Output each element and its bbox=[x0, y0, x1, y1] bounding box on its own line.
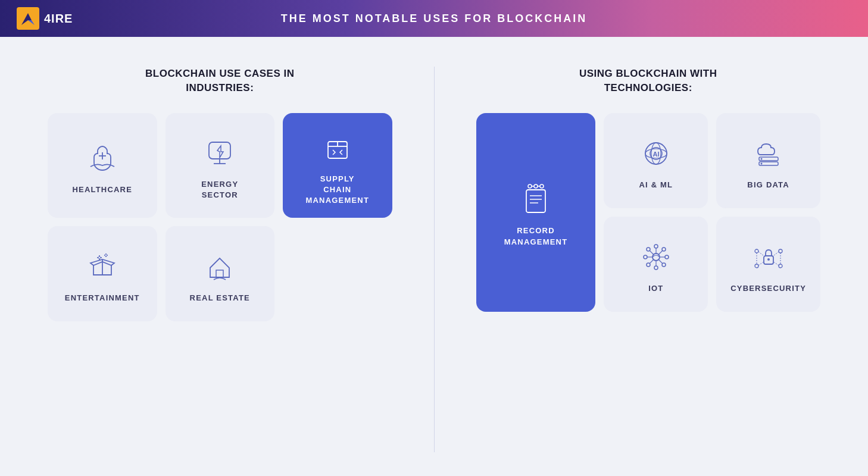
svg-point-29 bbox=[760, 158, 762, 159]
industries-title: BLOCKCHAIN USE CASES ININDUSTRIES: bbox=[48, 67, 392, 95]
real-estate-label: REAL ESTATE bbox=[190, 293, 250, 303]
header-title: THE MOST NOTABLE USES FOR BLOCKCHAIN bbox=[281, 12, 588, 25]
svg-point-19 bbox=[540, 184, 544, 188]
big-data-label: BIG DATA bbox=[747, 180, 789, 190]
logo-text: 4IRE bbox=[44, 12, 73, 26]
svg-rect-12 bbox=[216, 270, 223, 277]
card-entertainment[interactable]: ENTERTAINMENT bbox=[48, 226, 157, 321]
logo: 4IRE bbox=[17, 7, 73, 30]
ai-ml-icon: AI bbox=[638, 136, 674, 171]
entertainment-label: ENTERTAINMENT bbox=[65, 293, 140, 303]
card-energy[interactable]: ENERGYSECTOR bbox=[166, 113, 275, 218]
card-record-management[interactable]: RECORDMANAGEMENT bbox=[476, 113, 596, 312]
energy-icon bbox=[202, 135, 238, 171]
header: 4IRE THE MOST NOTABLE USES FOR BLOCKCHAI… bbox=[0, 0, 868, 37]
svg-line-45 bbox=[658, 250, 663, 255]
technologies-title: USING BLOCKCHAIN WITHTECHNOLOGIES: bbox=[476, 67, 821, 95]
entertainment-icon bbox=[85, 249, 120, 284]
supply-chain-label: SUPPLYCHAINMANAGEMENT bbox=[305, 174, 369, 206]
record-management-icon bbox=[518, 181, 554, 217]
logo-icon bbox=[17, 7, 39, 30]
section-divider bbox=[434, 67, 435, 452]
card-healthcare[interactable]: HEALTHCARE bbox=[48, 113, 157, 218]
industries-section: BLOCKCHAIN USE CASES ININDUSTRIES: HEALT… bbox=[48, 67, 392, 452]
card-real-estate[interactable]: REAL ESTATE bbox=[166, 226, 275, 321]
supply-chain-icon bbox=[320, 130, 355, 165]
svg-line-46 bbox=[650, 259, 654, 264]
svg-point-50 bbox=[755, 249, 758, 253]
svg-line-55 bbox=[773, 252, 779, 256]
svg-point-33 bbox=[654, 266, 658, 270]
ai-ml-label: AI & ML bbox=[639, 180, 673, 190]
healthcare-icon bbox=[85, 140, 120, 176]
card-cybersecurity[interactable]: CYBERSECURITY bbox=[716, 217, 820, 312]
svg-line-44 bbox=[650, 250, 654, 255]
svg-point-30 bbox=[760, 162, 762, 164]
big-data-icon bbox=[751, 136, 786, 171]
svg-point-51 bbox=[779, 249, 782, 253]
svg-point-17 bbox=[528, 184, 532, 188]
iot-label: IOT bbox=[648, 283, 663, 294]
svg-point-34 bbox=[644, 255, 647, 259]
technologies-grid: RECORDMANAGEMENT AI AI & ML bbox=[476, 113, 821, 312]
real-estate-icon bbox=[202, 249, 238, 284]
card-supply-chain[interactable]: SUPPLYCHAINMANAGEMENT bbox=[283, 113, 392, 218]
main-content: BLOCKCHAIN USE CASES ININDUSTRIES: HEALT… bbox=[0, 37, 868, 476]
svg-line-47 bbox=[658, 259, 663, 264]
card-ai-ml[interactable]: AI AI & ML bbox=[604, 113, 708, 208]
svg-line-54 bbox=[758, 252, 764, 256]
card-big-data[interactable]: BIG DATA bbox=[716, 113, 820, 208]
record-management-label: RECORDMANAGEMENT bbox=[504, 226, 568, 247]
cybersecurity-icon bbox=[751, 239, 786, 275]
svg-line-56 bbox=[758, 262, 764, 265]
healthcare-label: HEALTHCARE bbox=[72, 184, 132, 195]
svg-line-57 bbox=[773, 262, 779, 265]
iot-icon bbox=[638, 239, 674, 275]
svg-point-35 bbox=[665, 255, 669, 259]
svg-point-18 bbox=[534, 184, 538, 188]
cybersecurity-label: CYBERSECURITY bbox=[730, 283, 806, 294]
svg-point-49 bbox=[767, 258, 770, 261]
technologies-section: USING BLOCKCHAIN WITHTECHNOLOGIES: bbox=[476, 67, 821, 452]
svg-text:AI: AI bbox=[652, 151, 659, 158]
card-iot[interactable]: IOT bbox=[604, 217, 708, 312]
svg-point-32 bbox=[654, 245, 658, 248]
svg-point-52 bbox=[755, 264, 758, 268]
energy-label: ENERGYSECTOR bbox=[201, 179, 238, 201]
svg-rect-13 bbox=[526, 190, 545, 212]
industries-grid: HEALTHCARE ENERGYSECTOR bbox=[48, 113, 392, 322]
svg-point-53 bbox=[779, 264, 782, 268]
